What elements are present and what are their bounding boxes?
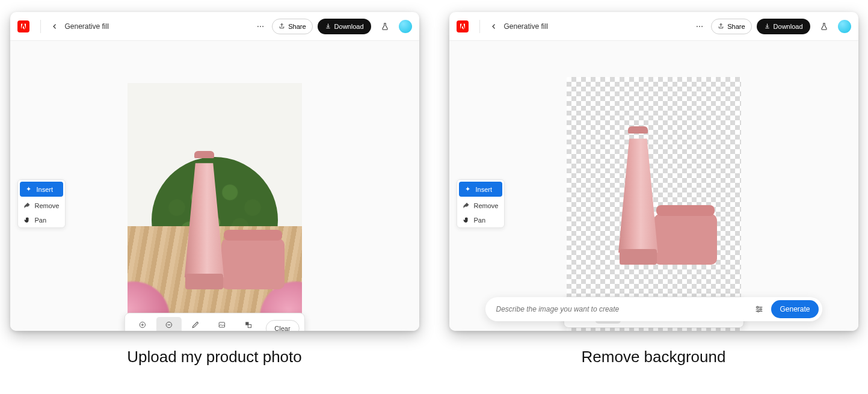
page-title: Generative fill <box>504 22 548 31</box>
minus-circle-icon <box>164 320 173 330</box>
back-button[interactable] <box>486 19 502 34</box>
svg-point-16 <box>757 306 759 308</box>
top-bar: Generative fill Share Download <box>449 12 858 41</box>
tool-invert[interactable]: Invert <box>235 317 260 331</box>
hand-icon <box>23 217 31 224</box>
svg-rect-5 <box>219 322 224 327</box>
invert-icon <box>244 320 252 330</box>
svg-point-8 <box>697 26 698 27</box>
eraser-icon <box>23 202 31 209</box>
download-label: Download <box>774 23 803 30</box>
tool-background[interactable]: Background <box>209 317 234 331</box>
tool-settings[interactable]: Settings <box>182 317 208 331</box>
svg-point-0 <box>257 26 259 27</box>
svg-point-1 <box>260 26 261 27</box>
tool-remove[interactable]: Remove <box>18 199 65 213</box>
svg-point-17 <box>760 309 762 310</box>
image-icon <box>217 320 226 330</box>
eraser-icon <box>462 202 470 209</box>
tool-remove-label: Remove <box>35 202 60 209</box>
selection-toolbar: Add Subtract Settings Background <box>124 313 304 331</box>
tool-insert-label: Insert <box>476 186 493 193</box>
sparkle-icon: ✦ <box>464 185 472 193</box>
settings-sliders-icon[interactable] <box>752 302 766 316</box>
app-window-right: Generative fill Share Download <box>449 12 858 331</box>
tool-pan[interactable]: Pan <box>18 213 65 227</box>
caption-right: Remove background <box>582 348 726 366</box>
share-button[interactable]: Share <box>711 19 751 34</box>
share-label: Share <box>288 23 306 30</box>
prompt-input[interactable] <box>496 305 748 313</box>
adobe-logo-icon[interactable] <box>457 20 469 32</box>
tool-insert-label: Insert <box>37 186 54 193</box>
share-label: Share <box>727 23 745 30</box>
labs-icon[interactable] <box>816 19 832 34</box>
tool-remove[interactable]: Remove <box>457 199 504 213</box>
plus-circle-icon <box>138 320 146 330</box>
canvas-area: ✦ Insert Remove Pan <box>10 41 419 331</box>
tool-panel: ✦ Insert Remove Pan <box>17 179 66 228</box>
generate-button[interactable]: Generate <box>771 300 818 318</box>
canvas-area: ✦ Insert Remove Pan <box>449 41 858 331</box>
tool-remove-label: Remove <box>474 202 499 209</box>
tool-pan-label: Pan <box>35 217 47 224</box>
more-options-icon[interactable] <box>692 19 707 34</box>
tool-pan[interactable]: Pan <box>457 213 504 227</box>
labs-icon[interactable] <box>377 19 393 34</box>
back-button[interactable] <box>47 19 63 34</box>
clear-button[interactable]: Clear <box>265 320 299 331</box>
product-photo-no-bg[interactable] <box>567 77 741 331</box>
product-photo[interactable]: Add Subtract Settings Background <box>128 83 302 331</box>
download-button[interactable]: Download <box>318 19 371 34</box>
download-button[interactable]: Download <box>757 19 810 34</box>
top-bar: Generative fill Share Download <box>10 12 419 41</box>
user-avatar[interactable] <box>838 20 851 33</box>
svg-point-10 <box>701 26 703 27</box>
app-window-left: Generative fill Share Download <box>10 12 419 331</box>
brush-icon <box>191 320 199 330</box>
tool-pan-label: Pan <box>474 217 486 224</box>
user-avatar[interactable] <box>399 20 412 33</box>
share-icon <box>718 23 724 29</box>
adobe-logo-icon[interactable] <box>17 20 29 32</box>
svg-point-2 <box>262 26 263 27</box>
caption-left: Upload my product photo <box>127 348 302 366</box>
share-button[interactable]: Share <box>272 19 312 34</box>
download-icon <box>325 23 331 29</box>
prompt-bar: Generate <box>485 297 822 321</box>
tool-subtract[interactable]: Subtract <box>156 317 181 331</box>
share-icon <box>279 23 285 29</box>
svg-point-9 <box>699 26 700 27</box>
hand-icon <box>462 217 470 224</box>
divider <box>479 20 480 33</box>
tool-add[interactable]: Add <box>129 317 155 331</box>
page-title: Generative fill <box>65 22 109 31</box>
divider <box>40 20 41 33</box>
more-options-icon[interactable] <box>253 19 268 34</box>
download-icon <box>764 23 771 29</box>
svg-point-18 <box>758 310 760 312</box>
download-label: Download <box>334 23 364 30</box>
tool-insert[interactable]: ✦ Insert <box>459 182 502 197</box>
tool-insert[interactable]: ✦ Insert <box>20 182 63 197</box>
tool-panel: ✦ Insert Remove Pan <box>457 179 505 228</box>
sparkle-icon: ✦ <box>25 185 33 193</box>
